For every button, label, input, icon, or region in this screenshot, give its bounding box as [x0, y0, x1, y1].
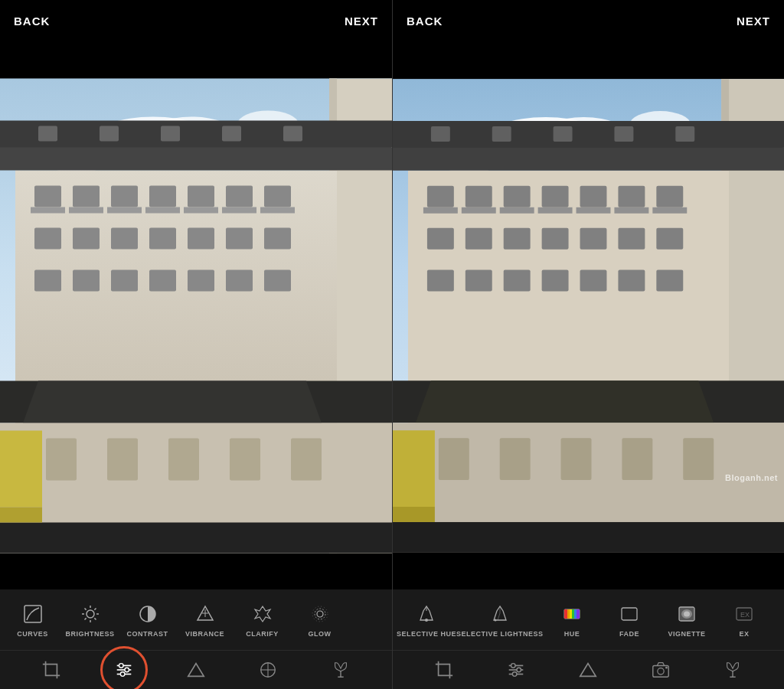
- svg-rect-25: [111, 228, 138, 250]
- svg-rect-49: [168, 439, 199, 481]
- svg-rect-98: [423, 207, 458, 214]
- svg-rect-11: [111, 186, 138, 207]
- svg-rect-97: [656, 186, 683, 207]
- svg-text:EX: EX: [740, 611, 750, 619]
- tool-fade[interactable]: FADE: [601, 589, 658, 650]
- fade-label: FADE: [619, 630, 639, 638]
- right-next-button[interactable]: NEXT: [737, 15, 770, 28]
- right-tools-row: SELECTIVE HUE SELECTIVE LIGHTNESS: [393, 589, 784, 650]
- svg-rect-99: [462, 207, 496, 214]
- svg-rect-15: [264, 186, 291, 207]
- tool-vibrance[interactable]: VIBRANCE: [176, 589, 234, 650]
- vibrance-icon: [193, 602, 217, 626]
- svg-rect-94: [542, 186, 569, 207]
- svg-rect-104: [652, 207, 687, 214]
- action-adjust-right[interactable]: [499, 653, 533, 687]
- svg-rect-102: [577, 207, 611, 214]
- svg-line-63: [94, 608, 96, 609]
- vibrance-label: VIBRANCE: [185, 630, 224, 638]
- svg-rect-122: [492, 126, 511, 142]
- svg-rect-96: [618, 186, 645, 207]
- svg-rect-95: [580, 186, 607, 207]
- svg-point-56: [87, 610, 94, 618]
- svg-rect-17: [69, 207, 103, 214]
- right-back-button[interactable]: BACK: [407, 15, 443, 28]
- tool-clarify[interactable]: CLARIFY: [234, 589, 291, 650]
- brightness-label: BRIGHTNESS: [65, 630, 114, 638]
- action-healing[interactable]: [324, 653, 358, 687]
- right-panel: BACK NEXT: [392, 0, 784, 689]
- svg-rect-109: [580, 228, 607, 250]
- svg-rect-43: [283, 126, 302, 142]
- svg-rect-41: [161, 126, 180, 142]
- svg-rect-26: [149, 228, 176, 250]
- svg-rect-125: [675, 126, 694, 142]
- svg-rect-29: [264, 228, 291, 250]
- svg-rect-105: [427, 228, 454, 250]
- svg-rect-107: [504, 228, 531, 250]
- left-back-button[interactable]: BACK: [14, 15, 50, 28]
- svg-rect-131: [561, 438, 592, 480]
- svg-rect-103: [614, 207, 648, 214]
- selective-lightness-icon: [488, 602, 512, 626]
- tool-glow[interactable]: GLOW: [291, 589, 348, 650]
- extra-label: EX: [740, 630, 750, 638]
- action-camera-right[interactable]: [644, 653, 678, 687]
- svg-rect-146: [577, 609, 580, 619]
- left-photo: [0, 42, 392, 589]
- svg-rect-92: [466, 186, 492, 207]
- svg-rect-141: [564, 609, 567, 619]
- svg-rect-31: [73, 270, 100, 292]
- right-actions-row: [393, 650, 784, 689]
- svg-rect-12: [149, 186, 176, 207]
- svg-rect-114: [504, 270, 531, 292]
- svg-rect-9: [34, 186, 61, 207]
- svg-rect-23: [34, 228, 61, 250]
- action-crop-right[interactable]: [427, 653, 461, 687]
- tool-contrast[interactable]: CONTRAST: [119, 589, 176, 650]
- svg-rect-117: [618, 270, 645, 292]
- svg-rect-91: [427, 186, 454, 207]
- svg-rect-48: [107, 439, 138, 481]
- left-actions-row: [0, 650, 392, 689]
- svg-rect-145: [574, 609, 577, 619]
- svg-rect-115: [542, 270, 569, 292]
- svg-rect-110: [618, 228, 645, 250]
- svg-rect-120: [393, 121, 784, 148]
- svg-rect-51: [291, 439, 322, 481]
- action-adjust[interactable]: [107, 653, 141, 687]
- tool-curves[interactable]: CURVES: [4, 589, 61, 650]
- svg-point-75: [125, 668, 129, 672]
- left-next-button[interactable]: NEXT: [345, 15, 378, 28]
- watermark: Bloganh.net: [725, 473, 778, 482]
- svg-rect-30: [34, 270, 61, 292]
- tool-vignette[interactable]: VIGNETTE: [658, 589, 716, 650]
- action-crop[interactable]: [34, 653, 68, 687]
- tool-selective-hue[interactable]: SELECTIVE HUE: [397, 589, 456, 650]
- action-healing-right[interactable]: [716, 653, 750, 687]
- svg-rect-10: [73, 186, 100, 207]
- svg-rect-35: [226, 270, 253, 292]
- tool-brightness[interactable]: BRIGHTNESS: [61, 589, 119, 650]
- svg-rect-24: [73, 228, 100, 250]
- svg-point-139: [494, 619, 496, 621]
- svg-rect-112: [427, 270, 454, 292]
- right-image-area: Bloganh.net: [393, 42, 784, 589]
- right-top-bar: BACK NEXT: [393, 0, 784, 42]
- action-color[interactable]: [179, 653, 213, 687]
- left-top-bar: BACK NEXT: [0, 0, 392, 42]
- action-selective[interactable]: [251, 653, 285, 687]
- action-color-right[interactable]: [571, 653, 605, 687]
- svg-point-164: [665, 667, 668, 669]
- svg-rect-13: [188, 186, 214, 207]
- svg-rect-38: [0, 121, 392, 148]
- svg-rect-54: [0, 508, 42, 523]
- svg-rect-121: [431, 126, 450, 142]
- clarify-label: CLARIFY: [246, 630, 279, 638]
- tool-hue[interactable]: HUE: [544, 589, 601, 650]
- svg-rect-113: [466, 270, 492, 292]
- tool-selective-lightness[interactable]: SELECTIVE LIGHTNESS: [456, 589, 544, 650]
- hue-label: HUE: [564, 630, 580, 638]
- selective-lightness-label: SELECTIVE LIGHTNESS: [456, 630, 544, 638]
- tool-extra[interactable]: EX EX: [716, 589, 773, 650]
